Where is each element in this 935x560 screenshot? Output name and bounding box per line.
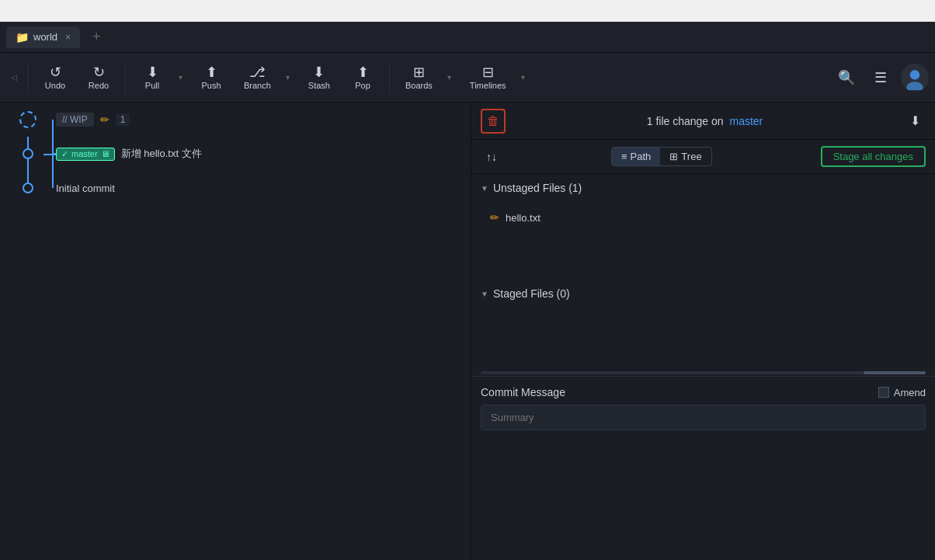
path-view-button[interactable]: ≡ Path	[612, 148, 660, 165]
right-topbar: 🗑 1 file change on master ⬇	[471, 103, 935, 140]
tree-icon: ⊞	[669, 151, 678, 162]
menu-icon: ☰	[874, 69, 887, 86]
undo-icon: ↺	[50, 65, 61, 79]
boards-label: Boards	[405, 81, 433, 90]
master-label: master	[71, 149, 98, 158]
stage-all-button[interactable]: Stage all changes	[821, 146, 926, 167]
unstaged-arrow-icon: ▼	[481, 184, 488, 193]
pop-button[interactable]: ⬆ Pop	[342, 57, 383, 98]
unstaged-spacer	[471, 233, 935, 280]
boards-button[interactable]: ⊞ Boards	[396, 57, 442, 98]
redo-label: Redo	[89, 81, 109, 90]
undo-button[interactable]: ↺ Undo	[35, 57, 75, 98]
sidebar-toggle[interactable]: ◁	[6, 62, 22, 93]
scrollbar-track	[481, 371, 926, 374]
file-item-hello-txt[interactable]: ✏ hello.txt	[471, 202, 935, 233]
timelines-group: ⊟ Timelines ▾	[461, 57, 531, 98]
scrollbar-area	[471, 370, 935, 376]
commit-message-2: Initial commit	[56, 183, 464, 194]
wip-tag: // WIP	[56, 113, 94, 127]
staged-arrow-icon: ▼	[481, 290, 488, 298]
stash-button[interactable]: ⬇ Stash	[299, 57, 339, 98]
toolbar-separator-2	[125, 62, 126, 93]
boards-icon: ⊞	[413, 65, 425, 79]
amend-checkbox[interactable]	[878, 387, 889, 398]
redo-button[interactable]: ↻ Redo	[78, 57, 119, 98]
push-button[interactable]: ⬆ Push	[191, 57, 231, 98]
tree-view-button[interactable]: ⊞ Tree	[660, 148, 711, 165]
amend-text: Amend	[894, 387, 926, 398]
sort-icon: ↑↓	[486, 151, 497, 163]
commit-message-1: 新增 hello.txt 文件	[121, 147, 464, 161]
amend-label[interactable]: Amend	[878, 387, 926, 398]
trash-icon: 🗑	[487, 114, 499, 128]
boards-group: ⊞ Boards ▾	[396, 57, 457, 98]
pop-icon: ⬆	[357, 65, 369, 79]
wip-content: // WIP ✏ 1	[50, 113, 464, 127]
tab-close-button[interactable]: ×	[65, 32, 71, 43]
commit-row-2[interactable]: Initial commit	[0, 171, 471, 205]
unstaged-section-header[interactable]: ▼ Unstaged Files (1)	[471, 174, 935, 202]
file-name-hello-txt: hello.txt	[506, 212, 916, 224]
pull-group: ⬇ Pull ▾	[132, 57, 188, 98]
stash-label: Stash	[308, 81, 330, 90]
new-tab-button[interactable]: +	[86, 26, 107, 48]
scrollbar-thumb[interactable]	[864, 371, 926, 374]
push-icon: ⬆	[206, 65, 217, 79]
branch-button[interactable]: ⎇ Branch	[235, 57, 280, 98]
toolbar-separator-3	[389, 62, 390, 93]
redo-icon: ↻	[93, 65, 105, 79]
avatar-button[interactable]	[901, 64, 929, 92]
menu-button[interactable]: ☰	[867, 64, 895, 92]
world-tab[interactable]: 📁 world ×	[6, 26, 80, 48]
commit-row-1[interactable]: ✓ master 🖥 新增 hello.txt 文件	[0, 137, 471, 171]
boards-dropdown[interactable]: ▾	[442, 62, 457, 93]
toolbar-right: 🔍 ☰	[832, 64, 929, 92]
push-group: ⬆ Push	[191, 57, 231, 98]
wip-count: 1	[116, 113, 130, 126]
timelines-button[interactable]: ⊟ Timelines	[461, 57, 516, 98]
staged-section-header[interactable]: ▼ Staged Files (0)	[471, 280, 935, 308]
download-button[interactable]: ⬇	[904, 110, 926, 132]
download-icon: ⬇	[910, 113, 920, 128]
pull-dropdown[interactable]: ▾	[172, 62, 188, 93]
stash-icon: ⬇	[313, 65, 325, 79]
main-content: // WIP ✏ 1 ✓ master 🖥 新增 hello.txt 文件	[0, 103, 935, 560]
path-label: Path	[631, 151, 652, 162]
right-panel: 🗑 1 file change on master ⬇ ↑↓ ≡ Path	[471, 103, 935, 560]
path-icon: ≡	[621, 151, 627, 162]
commit-msg-header: Commit Message Amend	[481, 386, 926, 398]
unstaged-label: Unstaged Files (1)	[493, 182, 582, 194]
summary-input[interactable]	[481, 405, 926, 430]
file-edit-icon: ✏	[490, 211, 499, 224]
branch-dropdown[interactable]: ▾	[280, 62, 296, 93]
staged-label: Staged Files (0)	[493, 287, 570, 300]
pull-label: Pull	[145, 81, 159, 90]
master-badge[interactable]: ✓ master 🖥	[56, 148, 115, 161]
wip-row[interactable]: // WIP ✏ 1	[0, 103, 471, 137]
branch-icon: ⎇	[249, 65, 266, 79]
pull-icon: ⬇	[147, 65, 158, 79]
view-controls: ↑↓ ≡ Path ⊞ Tree Stage all changes	[471, 140, 935, 174]
timelines-icon: ⊟	[482, 65, 494, 79]
toolbar-separator-1	[28, 62, 29, 93]
discard-button[interactable]: 🗑	[481, 109, 506, 134]
edit-icon: ✏	[100, 113, 109, 126]
sort-button[interactable]: ↑↓	[481, 146, 502, 168]
view-toggle: ≡ Path ⊞ Tree	[611, 147, 712, 166]
avatar-icon	[902, 65, 927, 90]
staged-empty-area	[471, 308, 935, 370]
change-info: 1 file change on master	[512, 115, 898, 127]
search-icon: 🔍	[838, 69, 855, 86]
push-label: Push	[201, 81, 221, 90]
change-count: 1 file change on	[647, 115, 724, 127]
search-button[interactable]: 🔍	[832, 64, 860, 92]
timelines-dropdown[interactable]: ▾	[516, 62, 531, 93]
commit-graph-panel: // WIP ✏ 1 ✓ master 🖥 新增 hello.txt 文件	[0, 103, 471, 560]
svg-point-1	[910, 70, 919, 79]
checkmark-icon: ✓	[61, 149, 68, 159]
tabbar: 📁 world × +	[0, 22, 935, 53]
pop-label: Pop	[355, 81, 370, 90]
commit-message-area: Commit Message Amend	[471, 376, 935, 440]
pull-button[interactable]: ⬇ Pull	[132, 57, 172, 98]
